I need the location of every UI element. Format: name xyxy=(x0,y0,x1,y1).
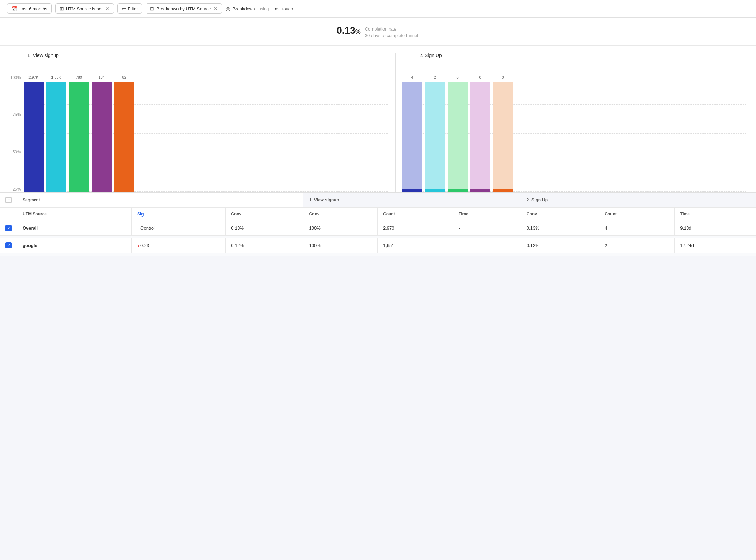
bar-s1-3 xyxy=(92,82,112,192)
row-name-google: google xyxy=(17,238,131,253)
s1-conv-header[interactable]: Conv. xyxy=(303,207,378,221)
bar-strip-s2-3 xyxy=(470,189,490,192)
y-label-75: 75% xyxy=(10,112,21,117)
sig-label: Sig. xyxy=(137,212,145,217)
bar-wrap-s2-4: 0 xyxy=(493,75,513,192)
checkbox-header: − xyxy=(0,193,17,208)
sliders-icon: ⇌ xyxy=(122,6,126,11)
table-row: ✓google●0.230.12%100%1,651-0.12%217.24d xyxy=(0,238,756,253)
row-checkbox-overall[interactable]: ✓ xyxy=(0,221,17,235)
section2-bars: 42000 xyxy=(402,75,746,192)
last-touch-label: Last touch xyxy=(273,6,293,11)
s1-time-header[interactable]: Time xyxy=(453,207,521,221)
breakdown-label: Breakdown xyxy=(232,6,255,11)
bar-s2-4 xyxy=(493,82,513,192)
s2-time-header[interactable]: Time xyxy=(675,207,756,221)
conv-header[interactable]: Conv. xyxy=(226,207,303,221)
completion-rate-value: 0.13 xyxy=(336,25,355,36)
y-axis: 100% 75% 50% 25% xyxy=(10,75,21,192)
breakdown-icon: ◎ xyxy=(226,5,230,12)
bar-value-s1-4: 82 xyxy=(122,75,126,79)
row-s2-time-google: 17.24d xyxy=(675,238,756,253)
section2-chart-inner: 42000 xyxy=(402,75,746,192)
row-s1-conv-google: 100% xyxy=(303,238,378,253)
bar-wrap-s1-0: 2.97K xyxy=(24,75,44,192)
using-label: using xyxy=(258,6,269,11)
row-checkbox-google[interactable]: ✓ xyxy=(0,238,17,253)
bar-wrap-s2-1: 2 xyxy=(425,75,445,192)
bar-wrap-s1-2: 780 xyxy=(69,75,89,192)
filter-bar: 📅 Last 6 months ⊞ UTM Source is set ✕ ⇌ … xyxy=(0,0,756,18)
completion-sublabel: 30 days to complete funnel. xyxy=(365,32,420,39)
s2-conv-header[interactable]: Conv. xyxy=(521,207,599,221)
bar-strip-s2-1 xyxy=(425,189,445,192)
row-s2-conv-google: 0.12% xyxy=(521,238,599,253)
spacer-row xyxy=(0,235,756,238)
s2-count-header[interactable]: Count xyxy=(599,207,675,221)
minus-icon[interactable]: − xyxy=(5,197,12,203)
table-area: − Segment 1. View signup 2. Sign Up xyxy=(0,192,756,256)
calendar-icon: 📅 xyxy=(11,6,17,11)
bar-strip-s2-4 xyxy=(493,189,513,192)
main-content: 0.13% Completion rate. 30 days to comple… xyxy=(0,18,756,256)
filter-chip[interactable]: ⇌ Filter xyxy=(117,3,142,14)
bar-value-s1-2: 780 xyxy=(76,75,82,79)
sig-header[interactable]: Sig. ↑ xyxy=(131,207,225,221)
completion-pct-symbol: % xyxy=(355,28,361,35)
bar-s1-0 xyxy=(24,82,44,192)
breakdown-chip[interactable]: ◎ Breakdown xyxy=(226,5,255,12)
row-s2-conv-overall: 0.13% xyxy=(521,221,599,235)
row-s2-count-overall: 4 xyxy=(599,221,675,235)
breakdown-filter-chip[interactable]: ⊞ Breakdown by UTM Source ✕ xyxy=(146,3,222,14)
empty-header xyxy=(0,207,17,221)
row-s1-time-overall: - xyxy=(453,221,521,235)
bar-s2-1 xyxy=(425,82,445,192)
bar-value-s2-4: 0 xyxy=(502,75,504,79)
row-name-overall: Overall xyxy=(17,221,131,235)
s1-count-header[interactable]: Count xyxy=(377,207,453,221)
table-body: ✓Overall○Control0.13%100%2,970-0.13%49.1… xyxy=(0,221,756,256)
chart-sections: 1. View signup 100% 75% 50% 25% xyxy=(10,52,746,192)
section1-bars: 2.97K1.65K78013482 xyxy=(24,75,388,192)
bar-s2-0 xyxy=(402,82,422,192)
row-conv-overall: 0.13% xyxy=(226,221,303,235)
row-conv-google: 0.12% xyxy=(226,238,303,253)
spacer-row xyxy=(0,253,756,256)
bar-value-s2-1: 2 xyxy=(434,75,436,79)
table-row: ✓Overall○Control0.13%100%2,970-0.13%49.1… xyxy=(0,221,756,235)
utm-filter-label: UTM Source is set xyxy=(66,6,103,11)
bar-s2-3 xyxy=(470,82,490,192)
utm-close-icon[interactable]: ✕ xyxy=(105,6,110,11)
bar-value-s1-0: 2.97K xyxy=(28,75,38,79)
bar-value-s2-3: 0 xyxy=(479,75,481,79)
bar-wrap-s2-0: 4 xyxy=(402,75,422,192)
data-table: − Segment 1. View signup 2. Sign Up xyxy=(0,193,756,256)
bar-strip-s2-2 xyxy=(448,189,468,192)
section1-title: 1. View signup xyxy=(10,52,388,58)
bar-wrap-s2-3: 0 xyxy=(470,75,490,192)
y-label-100: 100% xyxy=(10,75,21,80)
row-s1-time-google: - xyxy=(453,238,521,253)
bar-wrap-s2-2: 0 xyxy=(448,75,468,192)
row-s2-time-overall: 9.13d xyxy=(675,221,756,235)
completion-banner: 0.13% Completion rate. 30 days to comple… xyxy=(0,18,756,46)
bar-wrap-s1-3: 134 xyxy=(92,75,112,192)
table-header-group: − Segment 1. View signup 2. Sign Up xyxy=(0,193,756,208)
bar-value-s1-1: 1.65K xyxy=(51,75,61,79)
breakdown-close-icon[interactable]: ✕ xyxy=(214,6,218,11)
completion-rate-label: Completion rate. xyxy=(365,26,420,33)
row-s2-count-google: 2 xyxy=(599,238,675,253)
utm-source-header[interactable]: UTM Source xyxy=(17,207,131,221)
bar-s1-2 xyxy=(69,82,89,192)
bar-value-s2-0: 4 xyxy=(411,75,413,79)
section2-group-header: 2. Sign Up xyxy=(521,193,756,208)
date-range-chip[interactable]: 📅 Last 6 months xyxy=(7,3,52,14)
table-subheader: UTM Source Sig. ↑ Conv. Conv. Count xyxy=(0,207,756,221)
segment-group-header: Segment xyxy=(17,193,303,208)
utm-filter-chip[interactable]: ⊞ UTM Source is set ✕ xyxy=(55,3,114,14)
row-s1-count-overall: 2,970 xyxy=(377,221,453,235)
bar-s2-2 xyxy=(448,82,468,192)
row-s1-conv-overall: 100% xyxy=(303,221,378,235)
breakdown-filter-label: Breakdown by UTM Source xyxy=(156,6,211,11)
bar-wrap-s1-4: 82 xyxy=(114,75,134,192)
